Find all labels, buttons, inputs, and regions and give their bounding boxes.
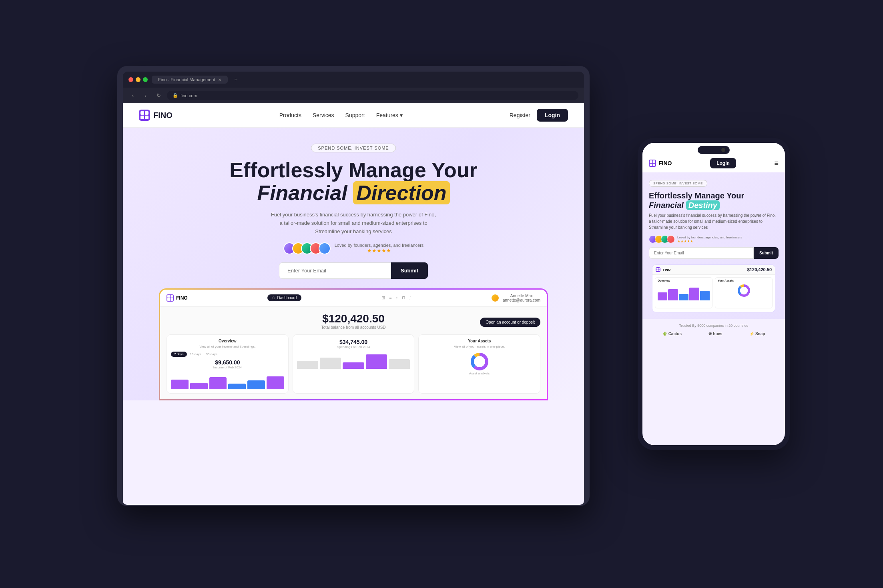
icon-settings[interactable]: ∫: [409, 295, 411, 300]
s-bar-5: [389, 359, 410, 369]
logo-dot-2: [145, 111, 149, 115]
forward-button[interactable]: ›: [141, 91, 150, 100]
hero-title-line1: Effortlessly Manage Your: [147, 159, 560, 182]
register-button[interactable]: Register: [510, 112, 530, 118]
icon-list[interactable]: ≡: [389, 295, 391, 300]
phone-donut-wrapper: [718, 284, 770, 298]
spendings-card: $34,745.00 Spendings of Feb 2024: [293, 334, 415, 394]
phone-overview-title: Overview: [658, 279, 710, 282]
hero-section: SPEND SOME, INVEST SOME Effortlessly Man…: [123, 128, 584, 400]
icon-chart[interactable]: ↕: [396, 295, 398, 300]
phone-dot-2: [653, 160, 656, 163]
balance-section: $120,420.50 Total balance from all accou…: [167, 312, 540, 330]
pb-3: [679, 294, 688, 300]
dash-dot-4: [171, 298, 173, 301]
site-nav-links: Products Services Support Features ▾: [279, 112, 403, 118]
phone-avatar-group: [649, 235, 675, 243]
phone-hero-badge: SPEND SOME, INVEST SOME: [649, 180, 707, 187]
phone-hero: SPEND SOME, INVEST SOME Effortlessly Man…: [642, 172, 785, 319]
phone-email-input[interactable]: [649, 247, 754, 259]
new-tab-button[interactable]: +: [232, 76, 240, 84]
dot-red[interactable]: [128, 77, 133, 82]
phone-title-line2: Financial Destiny: [649, 200, 779, 210]
nav-services[interactable]: Services: [313, 112, 334, 118]
phone-login-button[interactable]: Login: [710, 158, 736, 168]
dashboard-logo-icon: [167, 294, 174, 302]
icon-bell[interactable]: ⊓: [402, 295, 405, 300]
phone-email-form: Submit: [649, 247, 779, 259]
tab-label: Fino - Financial Management: [158, 77, 215, 82]
phone-logo-text: FINO: [658, 160, 672, 166]
period-filters: 7 days 19 days 30 days: [171, 352, 284, 357]
dot-yellow[interactable]: [136, 77, 140, 82]
donut-chart: [470, 352, 490, 372]
nav-features[interactable]: Features ▾: [376, 112, 403, 118]
user-email: annette@aurora.com: [503, 298, 540, 302]
pb-2: [668, 289, 678, 300]
phone-dash-amount: $120,420.50: [747, 267, 772, 272]
scene: Fino - Financial Management ✕ + ‹ › ↻ 🔒 …: [21, 18, 862, 570]
period-19days[interactable]: 19 days: [189, 352, 203, 357]
brand-snap: ⚡ Snap: [749, 332, 765, 336]
hero-title-normal: Financial: [257, 181, 347, 204]
dashboard-main: $120,420.50 Total balance from all accou…: [160, 307, 547, 399]
s-bar-2: [320, 358, 341, 369]
dash-dot-2: [171, 295, 173, 298]
address-bar[interactable]: 🔒 fino.com: [167, 91, 578, 100]
logo-icon: [139, 110, 150, 121]
brand-hues: ❋ hues: [708, 332, 722, 336]
nav-support[interactable]: Support: [345, 112, 365, 118]
login-button[interactable]: Login: [537, 109, 568, 122]
pdash-dot-4: [658, 270, 660, 272]
phone-camera: [721, 148, 725, 152]
phone-hero-subtitle: Fuel your business's financial success b…: [649, 212, 779, 230]
submit-button[interactable]: Submit: [391, 262, 428, 279]
overview-card: Overview View all of your Income and Spe…: [167, 334, 289, 394]
reload-button[interactable]: ↻: [154, 91, 163, 100]
dashboard-label: Dashboard: [277, 296, 297, 300]
logo-text: FINO: [153, 111, 173, 120]
lock-icon: 🔒: [173, 93, 178, 98]
s-bar-3: [343, 362, 364, 369]
avatar-group: [283, 242, 331, 254]
star-rating: ★★★★★: [335, 248, 424, 254]
hero-title-line2: Financial Direction: [147, 182, 560, 204]
nav-features-label: Features: [376, 112, 398, 118]
dot-green[interactable]: [143, 77, 148, 82]
hamburger-menu-icon[interactable]: ≡: [774, 159, 779, 168]
icon-grid[interactable]: ⊞: [381, 295, 385, 300]
cactus-label: Cactus: [668, 332, 682, 336]
income-amount: $9,650.00: [171, 359, 284, 366]
dashboard-icon: ⊙: [272, 296, 275, 300]
snap-icon: ⚡: [749, 332, 754, 336]
social-text: Loved by founders, agencies, and freelan…: [335, 243, 424, 248]
hero-badge: SPEND SOME, INVEST SOME: [311, 144, 395, 152]
browser-chrome: Fino - Financial Management ✕ +: [123, 72, 584, 88]
dash-dot-3: [167, 298, 170, 301]
phone-dash-logo-text: FINO: [663, 268, 670, 272]
period-7days[interactable]: 7 days: [171, 352, 187, 357]
phone-title-normal: Financial: [649, 200, 684, 210]
back-button[interactable]: ‹: [128, 91, 137, 100]
bar-3: [209, 377, 227, 389]
phone-dash-logo-icon: [656, 267, 660, 272]
dashboard-preview: FINO ⊙ Dashboard ⊞ ≡ ↕ ⊓: [160, 290, 547, 399]
bar-5: [247, 380, 265, 389]
nav-products[interactable]: Products: [279, 112, 301, 118]
browser-tab[interactable]: Fino - Financial Management ✕: [152, 76, 228, 84]
bar-6: [267, 376, 284, 389]
phone-social-text: Loved by founders, agencies, and freelan…: [677, 236, 742, 239]
open-account-button[interactable]: Open an account or deposit: [480, 318, 540, 327]
period-30days[interactable]: 30 days: [205, 352, 219, 357]
phone-dash-header: FINO $120,420.50: [652, 265, 775, 275]
phone-social-proof: Loved by founders, agencies, and freelan…: [649, 235, 779, 243]
phone-submit-button[interactable]: Submit: [754, 247, 779, 259]
phone-social-info: Loved by founders, agencies, and freelan…: [677, 236, 742, 243]
phone-hero-title: Effortlessly Manage Your Financial Desti…: [649, 191, 779, 210]
email-input[interactable]: [279, 262, 391, 279]
pb-4: [689, 288, 699, 300]
tab-close-icon[interactable]: ✕: [218, 78, 221, 82]
dash-dot-1: [167, 295, 170, 298]
brand-cactus: 🌵 Cactus: [662, 332, 682, 336]
dashboard-nav-pill[interactable]: ⊙ Dashboard: [267, 294, 301, 301]
